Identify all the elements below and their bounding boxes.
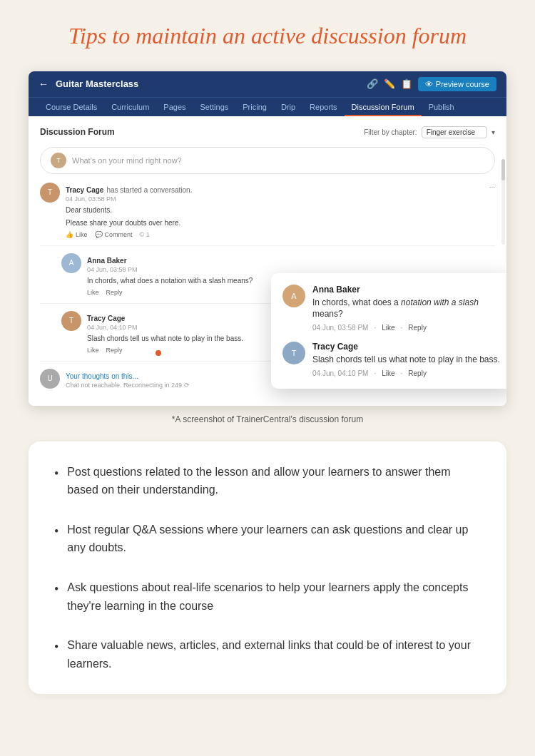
- screenshot-caption: *A screenshot of TrainerCentral's discus…: [29, 414, 506, 424]
- preview-course-button[interactable]: 👁 Preview course: [418, 77, 496, 91]
- tip-item-1: • Post questions related to the lesson a…: [54, 463, 481, 499]
- popup-tracy-text: Slash chords tell us what note to play i…: [312, 354, 502, 366]
- dropdown-chevron-icon: ▾: [491, 128, 495, 136]
- thoughts-text: Your thoughts on this...: [66, 372, 138, 380]
- copy-icon[interactable]: 📋: [401, 78, 412, 90]
- app-mockup: ← Guitar Masterclass 🔗 ✏️ 📋 👁 Preview co…: [29, 71, 506, 406]
- popup-tracy-author: Tracy Cage: [312, 342, 502, 352]
- thoughts-avatar: U: [40, 369, 60, 389]
- connector-dot: [156, 350, 161, 356]
- popup-anna-body: Anna Baker In chords, what does a notati…: [312, 285, 502, 332]
- nav-settings[interactable]: Settings: [193, 98, 236, 116]
- popup-comment-1: A Anna Baker In chords, what does a nota…: [282, 285, 502, 332]
- filter-label: Filter by chapter:: [364, 128, 417, 136]
- nav-discussion-forum[interactable]: Discussion Forum: [345, 98, 422, 116]
- tip-item-4: • Share valuable news, articles, and ext…: [54, 636, 481, 673]
- anna-post-time: 04 Jun, 03:58 PM: [87, 266, 495, 273]
- nav-title: Guitar Masterclass: [56, 78, 138, 89]
- bullet-4: •: [54, 638, 58, 657]
- popup-anna-author: Anna Baker: [312, 285, 502, 295]
- user-avatar: T: [51, 153, 66, 168]
- anna-author: Anna Baker: [87, 257, 127, 265]
- tip-item-2: • Host regular Q&A sessions where your l…: [54, 521, 481, 557]
- whats-on-mind-input[interactable]: T What's on your mind right now?: [40, 147, 495, 174]
- scrollbar-thumb: [501, 159, 505, 180]
- forum-content: Discussion Forum Filter by chapter: Fing…: [29, 116, 506, 406]
- like-button[interactable]: 👍 Like: [66, 231, 88, 238]
- nav-pricing[interactable]: Pricing: [235, 98, 274, 116]
- tip-text-3: Ask questions about real-life scenarios …: [67, 578, 481, 615]
- popup-anna-reply[interactable]: Reply: [408, 324, 427, 332]
- page-title: Tips to maintain an active discussion fo…: [29, 21, 506, 51]
- tip-text-2: Host regular Q&A sessions where your lea…: [67, 521, 481, 557]
- reply-count: © 1: [140, 231, 150, 238]
- nav-publish[interactable]: Publish: [422, 98, 462, 116]
- nav-reports[interactable]: Reports: [302, 98, 345, 116]
- placeholder-text: What's on your mind right now?: [72, 156, 182, 165]
- popup-tracy-time: 04 Jun, 04:10 PM: [312, 369, 368, 377]
- post-item: T Tracy Cage has started a conversation.…: [40, 183, 495, 246]
- tracy-reply-avatar: T: [61, 311, 81, 331]
- forum-title: Discussion Forum: [40, 127, 115, 137]
- popup-tracy-reply[interactable]: Reply: [408, 369, 427, 377]
- comment-button[interactable]: 💬 Comment: [95, 231, 133, 238]
- post-actions: 👍 Like 💬 Comment © 1: [66, 231, 495, 238]
- anna-like-button[interactable]: Like: [87, 289, 99, 296]
- tracy-reply-button[interactable]: Reply: [106, 347, 123, 354]
- anna-reply-button[interactable]: Reply: [106, 289, 123, 296]
- popup-anna-avatar: A: [282, 285, 305, 307]
- nav-left: ← Guitar Masterclass: [39, 78, 138, 90]
- post-time: 04 Jun, 03:58 PM: [66, 195, 495, 203]
- bullet-1: •: [54, 464, 58, 484]
- eye-icon: 👁: [425, 80, 433, 88]
- anna-avatar: A: [61, 253, 81, 273]
- tracy-like-button[interactable]: Like: [87, 347, 99, 354]
- post-action-text: has started a conversation.: [106, 186, 192, 194]
- tracy-avatar: T: [40, 183, 60, 203]
- tips-card: • Post questions related to the lesson a…: [29, 441, 506, 695]
- popup-comment-2: T Tracy Cage Slash chords tell us what n…: [282, 342, 502, 377]
- nav-course-details[interactable]: Course Details: [39, 98, 104, 116]
- forum-header: Discussion Forum Filter by chapter: Fing…: [40, 126, 495, 138]
- tip-text-4: Share valuable news, articles, and exter…: [67, 636, 481, 673]
- tracy-reply-author: Tracy Cage: [87, 315, 125, 322]
- popup-tracy-body: Tracy Cage Slash chords tell us what not…: [312, 342, 502, 377]
- post-body: Tracy Cage has started a conversation. ·…: [66, 183, 495, 238]
- popup-anna-time: 04 Jun, 03:58 PM: [312, 324, 368, 332]
- post-author-name: Tracy Cage: [66, 186, 103, 194]
- scrollbar[interactable]: [501, 159, 505, 245]
- bullet-2: •: [54, 522, 58, 541]
- nav-curriculum[interactable]: Curriculum: [104, 98, 156, 116]
- popup-overlay: A Anna Baker In chords, what does a nota…: [271, 273, 506, 389]
- nav-drip[interactable]: Drip: [274, 98, 302, 116]
- popup-tracy-meta: 04 Jun, 04:10 PM · Like · Reply: [312, 369, 502, 377]
- popup-anna-meta: 04 Jun, 03:58 PM · Like · Reply: [312, 324, 502, 332]
- post-text-2: Please share your doubts over here.: [66, 218, 495, 228]
- popup-tracy-like[interactable]: Like: [382, 369, 394, 377]
- tip-text-1: Post questions related to the lesson and…: [67, 463, 481, 499]
- tip-item-3: • Ask questions about real-life scenario…: [54, 578, 481, 615]
- nav-bar: ← Guitar Masterclass 🔗 ✏️ 📋 👁 Preview co…: [29, 71, 506, 97]
- popup-tracy-avatar: T: [282, 342, 305, 364]
- back-icon[interactable]: ←: [39, 78, 49, 90]
- nav-right: 🔗 ✏️ 📋 👁 Preview course: [367, 77, 496, 91]
- popup-anna-text: In chords, what does a notation with a s…: [312, 297, 502, 321]
- more-options-icon[interactable]: ···: [489, 183, 495, 191]
- filter-dropdown[interactable]: Finger exercise: [422, 126, 487, 138]
- sub-nav: Course Details Curriculum Pages Settings…: [29, 97, 506, 116]
- post-text-1: Dear students.: [66, 205, 495, 215]
- preview-label: Preview course: [436, 80, 489, 88]
- popup-anna-like[interactable]: Like: [382, 324, 394, 332]
- nav-pages[interactable]: Pages: [156, 98, 193, 116]
- filter-section: Filter by chapter: Finger exercise ▾: [364, 126, 495, 138]
- link-icon[interactable]: 🔗: [367, 78, 378, 90]
- bullet-3: •: [54, 580, 58, 599]
- edit-icon[interactable]: ✏️: [384, 78, 395, 90]
